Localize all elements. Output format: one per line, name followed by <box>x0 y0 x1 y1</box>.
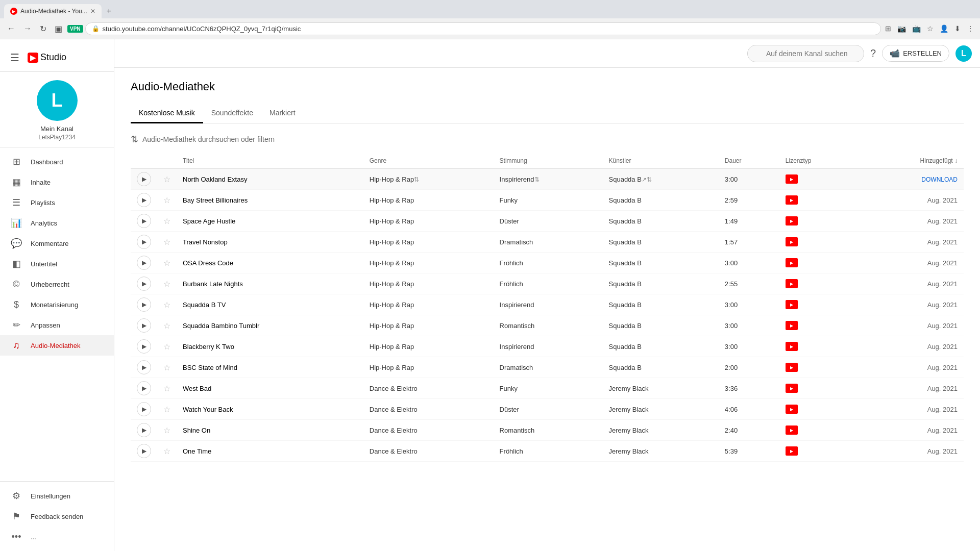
artist-text: Squadda B <box>609 343 642 350</box>
artist-text: Squadda B <box>609 364 642 371</box>
sidebar-item-kommentare[interactable]: 💬Kommentare <box>0 233 114 254</box>
table-row: ▶☆Squadda B TVHip-Hop & RapInspirierendS… <box>131 294 964 315</box>
sidebar-item-urheberrecht[interactable]: ©Urheberrecht <box>0 274 114 294</box>
sidebar-item-dashboard[interactable]: ⊞Dashboard <box>0 152 114 172</box>
sidebar-item-label: Einstellungen <box>31 492 70 500</box>
artist-text: Jeremy Black <box>609 406 649 413</box>
license-cell: ▶ <box>779 378 860 399</box>
sidebar-item-playlists[interactable]: ☰Playlists <box>0 192 114 213</box>
artist-text: Jeremy Black <box>609 385 649 392</box>
sidebar-item-inhalte[interactable]: ▦Inhalte <box>0 172 114 192</box>
create-button[interactable]: 📹 ERSTELLEN <box>882 45 949 62</box>
tab-bar: ▶ Audio-Mediathek - You... ✕ + <box>0 0 980 18</box>
cast-button[interactable]: 📺 <box>910 22 923 35</box>
title-cell: Watch Your Back <box>177 399 363 420</box>
mood-cell: Romantisch <box>494 315 603 336</box>
artist-text: Squadda B <box>609 280 642 288</box>
play-button[interactable]: ▶ <box>137 256 151 270</box>
new-tab-button[interactable]: + <box>103 7 115 16</box>
star-button[interactable]: ☆ <box>163 300 170 310</box>
star-button[interactable]: ☆ <box>163 405 170 414</box>
artist-external-link[interactable]: ↗ <box>642 176 647 183</box>
address-bar[interactable]: 🔒 studio.youtube.com/channel/UCoCN6zQPHQ… <box>85 22 881 35</box>
artist-cell: Squadda B <box>603 273 719 294</box>
home-button[interactable]: ▣ <box>52 22 65 36</box>
tab-soundeffekte[interactable]: Soundeffekte <box>203 104 261 123</box>
star-button[interactable]: ☆ <box>163 446 170 456</box>
table-row: ▶☆Shine OnDance & ElektroRomantischJerem… <box>131 420 964 441</box>
sidebar-item-anpassen[interactable]: ✏Anpassen <box>0 315 114 335</box>
sidebar-item-analytics[interactable]: 📊Analytics <box>0 213 114 233</box>
sidebar-item-audio-mediathek[interactable]: ♫Audio-Mediathek <box>0 335 114 356</box>
user-button[interactable]: 👤 <box>938 22 950 35</box>
mood-filter-button[interactable]: ⇅ <box>534 176 540 183</box>
filter-bar[interactable]: ⇅ Audio-Mediathek durchsuchen oder filte… <box>131 134 964 145</box>
more-icon: ••• <box>10 532 22 542</box>
play-button[interactable]: ▶ <box>137 277 151 291</box>
tab-kostenlose-musik[interactable]: Kostenlose Musik <box>131 104 203 123</box>
sidebar-item-more[interactable]: •••... <box>0 527 114 547</box>
camera-button[interactable]: 📷 <box>895 22 908 35</box>
tab-close-button[interactable]: ✕ <box>90 8 95 15</box>
genre-filter-button[interactable]: ⇅ <box>414 176 419 183</box>
extensions-button[interactable]: ⊞ <box>883 22 893 35</box>
play-button[interactable]: ▶ <box>137 235 151 249</box>
added-date: Aug. 2021 <box>927 217 958 225</box>
sidebar-item-monetarisierung[interactable]: $Monetarisierung <box>0 294 114 315</box>
play-button[interactable]: ▶ <box>137 339 151 354</box>
play-button[interactable]: ▶ <box>137 360 151 374</box>
help-button[interactable]: ? <box>870 47 876 59</box>
genre-text: Dance & Elektro <box>370 406 418 413</box>
bookmark-button[interactable]: ☆ <box>925 22 936 35</box>
active-tab[interactable]: ▶ Audio-Mediathek - You... ✕ <box>4 4 102 18</box>
genre-text: Hip-Hop & Rap <box>370 280 414 288</box>
star-button[interactable]: ☆ <box>163 363 170 372</box>
star-button[interactable]: ☆ <box>163 237 170 247</box>
star-button[interactable]: ☆ <box>163 174 170 184</box>
play-button[interactable]: ▶ <box>137 402 151 416</box>
download-link[interactable]: DOWNLOAD <box>921 176 958 183</box>
downloads-button[interactable]: ⬇ <box>952 22 963 35</box>
title-cell: Burbank Late Nights <box>177 273 363 294</box>
col-header-added[interactable]: Hinzugefügt ↓ <box>860 153 964 169</box>
reload-button[interactable]: ↻ <box>37 22 50 36</box>
star-button[interactable]: ☆ <box>163 195 170 205</box>
star-button[interactable]: ☆ <box>163 216 170 226</box>
star-button[interactable]: ☆ <box>163 384 170 393</box>
yt-thumb-icon: ▶ <box>790 261 793 265</box>
star-button[interactable]: ☆ <box>163 258 170 268</box>
duration-cell: 3:00 <box>719 315 779 336</box>
tab-markiert[interactable]: Markiert <box>261 104 304 123</box>
play-button[interactable]: ▶ <box>137 172 151 186</box>
forward-button[interactable]: → <box>20 22 35 35</box>
main-content: Audio-Mediathek Kostenlose MusikSoundeff… <box>114 68 980 551</box>
artist-filter-button[interactable]: ⇅ <box>647 176 652 183</box>
added-cell: Aug. 2021 <box>860 232 964 253</box>
play-button[interactable]: ▶ <box>137 444 151 458</box>
mood-cell: Dramatisch <box>494 232 603 253</box>
play-button[interactable]: ▶ <box>137 297 151 312</box>
play-button[interactable]: ▶ <box>137 193 151 207</box>
star-button[interactable]: ☆ <box>163 425 170 435</box>
user-avatar[interactable]: L <box>955 45 972 62</box>
star-button[interactable]: ☆ <box>163 279 170 289</box>
genre-cell: Hip-Hop & Rap <box>363 190 494 211</box>
search-input[interactable] <box>747 45 864 62</box>
play-button[interactable]: ▶ <box>137 318 151 333</box>
back-button[interactable]: ← <box>4 22 18 35</box>
play-button[interactable]: ▶ <box>137 214 151 228</box>
play-cell: ▶ <box>131 169 157 190</box>
star-button[interactable]: ☆ <box>163 342 170 352</box>
sidebar-item-feedback[interactable]: ⚑Feedback senden <box>0 506 114 527</box>
star-button[interactable]: ☆ <box>163 321 170 331</box>
play-button[interactable]: ▶ <box>137 381 151 395</box>
menu-button[interactable]: ⋮ <box>965 22 976 35</box>
col-header-artist: Künstler <box>603 153 719 169</box>
play-cell: ▶ <box>131 378 157 399</box>
play-button[interactable]: ▶ <box>137 423 151 437</box>
sidebar-item-untertitel[interactable]: ◧Untertitel <box>0 254 114 274</box>
mood-text: Düster <box>500 217 519 225</box>
sidebar-item-einstellungen[interactable]: ⚙Einstellungen <box>0 486 114 506</box>
play-cell: ▶ <box>131 420 157 441</box>
hamburger-menu[interactable]: ☰ <box>6 47 23 68</box>
